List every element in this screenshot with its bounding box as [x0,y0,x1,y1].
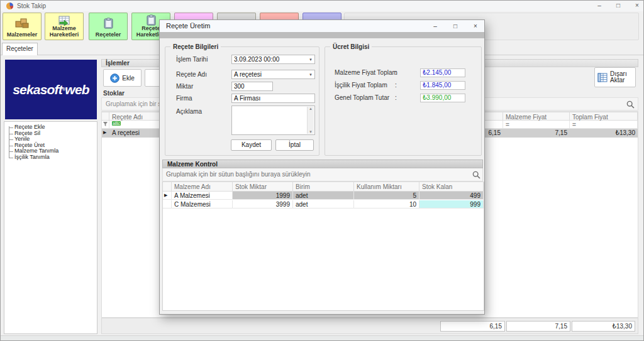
window-close-button[interactable]: × [629,1,644,10]
mk-indicator-header [163,181,172,192]
aciklama-textarea[interactable]: ▲ ▼ [231,106,315,135]
malzeme-fiyat-toplam-value: ₺2.145,00 [420,68,465,77]
dialog-close-button[interactable]: × [467,21,484,31]
islemler-title: İşlemler [106,60,130,67]
mk-col-stok-miktar[interactable]: Stok Miktar [233,181,293,192]
dialog-minimize-button[interactable]: – [427,21,443,31]
mk-cell-stok-kalan: 999 [419,200,484,208]
grid-indicator-header [102,112,109,121]
filter-cell-toplam-fiyat[interactable]: = [570,121,638,129]
recete-adi-combo[interactable]: A reçetesi ▼ [231,70,315,79]
toolbar-button-malzeme-hareketleri[interactable]: Malzeme Hareketleri [45,13,84,40]
islem-tarihi-combo[interactable]: 3.09.2023 00:00 ▼ [231,55,315,64]
mk-cell-stok-kalan: 499 [419,192,484,200]
genel-toplam-tutar-label: Genel Toplam Tutar [335,94,389,101]
malzeme-kontrol-title: Malzeme Kontrol [167,161,218,168]
filter-abc-icon: aBc [112,121,121,126]
mk-row-a-malzemesi[interactable]: ▶ A Malzemesi 1999 adet 5 499 [163,192,484,200]
scroll-up-icon[interactable]: ▲ [309,107,313,111]
grid-col-toplam-fiyat[interactable]: Toplam Fiyat [570,112,638,121]
disari-aktar-button[interactable]: Dışarı Aktar [594,67,636,87]
textarea-scrollbar[interactable]: ▲ ▼ [307,107,314,134]
recete-adi-value: A reçetesi [234,71,262,78]
footer-sum-3: ₺13,30 [572,321,635,332]
colon: : [395,69,397,76]
mk-cell-malzeme-adi: C Malzemesi [172,200,233,208]
sidebar-item-iscilik-tanimla[interactable]: İşçilik Tanımla [7,154,96,161]
scroll-down-icon[interactable]: ▼ [309,130,313,134]
malzeme-fiyat-toplam-label: Malzeme Fiyat Toplam [335,69,397,76]
aciklama-label: Açıklama [176,108,202,115]
logo-text-part1: sekasoft [13,82,62,97]
recete-adi-label: Reçete Adı [176,71,207,78]
ucret-bilgisi-title: Ücret Bilgisi [330,43,372,50]
grid-col-malzeme-fiyat[interactable]: Malzeme Fiyat [503,112,570,121]
ekle-button-label: Ekle [122,75,134,82]
mk-col-birim[interactable]: Birim [293,181,354,192]
dialog-titlebar: Reçete Üretim – □ × [160,20,484,32]
recipes-clipboard-icon [104,15,113,32]
window-maximize-button[interactable]: □ [610,1,626,10]
firma-label: Firma [176,95,192,102]
toolbar-button-label: Reçeteler [96,32,121,38]
filter-funnel-icon[interactable] [103,121,108,127]
malzeme-kontrol-group-by-area[interactable]: Gruplamak için bir sütun başlığını buray… [162,168,483,181]
recete-bilgileri-title: Reçete Bilgileri [170,43,221,50]
disari-aktar-label: Dışarı Aktar [610,71,633,84]
ekle-button[interactable]: Ekle [103,69,142,87]
malzeme-kontrol-header: Malzeme Kontrol [162,160,483,168]
mk-row-indicator [163,200,172,208]
recete-uretim-dialog: Reçete Üretim – □ × Reçete Bilgileri İşl… [159,19,485,315]
toolbar-button-receteler[interactable]: Reçeteler [89,13,128,40]
miktar-input[interactable] [231,82,273,91]
tab-receteler[interactable]: Reçeteler [2,43,38,55]
row-focus-arrow-icon: ▶ [103,130,106,135]
window-title: Stok Takip [17,3,46,9]
mk-cell-malzeme-adi: A Malzemesi [172,192,233,200]
cell-toplam-fiyat: ₺13,30 [570,129,638,137]
miktar-label: Miktar [176,83,193,90]
sekasoftweb-logo: sekasoft®web [5,60,97,119]
dialog-maximize-button[interactable]: □ [447,21,464,31]
material-movements-table-icon [58,15,70,26]
filter-row-indicator [102,121,109,129]
mk-cell-kullanim-miktari[interactable]: 10 [354,200,419,208]
genel-toplam-tutar-value: ₺3.990,00 [420,94,465,102]
stoklar-title: Stoklar [103,90,125,97]
footer-sum-1: 6,15 [440,321,505,332]
materials-boxes-icon [15,15,29,32]
mk-col-stok-kalan[interactable]: Stok Kalan [419,181,484,192]
kaydet-button[interactable]: Kaydet [231,139,272,151]
window-titlebar: Stok Takip – □ × [1,1,643,11]
status-bar [1,335,643,341]
sidebar-menu: Reçete Ekle Reçete Sil Yenile Reçete Üre… [7,124,96,161]
dialog-ribbon-band [160,32,484,38]
mk-col-kullanim-miktari[interactable]: Kullanım Miktarı [354,181,419,192]
filter-cell-malzeme-fiyat[interactable]: = [503,121,570,129]
islem-tarihi-label: İşlem Tarihi [176,56,208,63]
iscilik-fiyat-toplam-value: ₺1.845,00 [420,81,465,90]
tab-label: Reçeteler [6,45,33,52]
footer-sum-2: 7,15 [506,321,570,332]
search-icon[interactable] [626,100,635,109]
search-icon[interactable] [472,171,480,179]
mk-cell-kullanim-miktari[interactable]: 5 [354,192,419,200]
toolbar-button-label: Malzeme Hareketleri [46,26,82,38]
window-minimize-button[interactable]: – [591,1,608,10]
iptal-button[interactable]: İptal [275,139,314,151]
chevron-down-icon: ▼ [309,58,313,62]
cell-malzeme-fiyat: 7,15 [503,129,570,137]
chevron-down-icon: ▼ [309,73,313,77]
mk-row-c-malzemesi[interactable]: C Malzemesi 3999 adet 10 999 [163,200,484,209]
recipe-movements-clipboard-icon [147,14,156,26]
toolbar-button-label: Malzemeler [7,32,38,38]
iptal-label: İptal [289,141,301,148]
mk-cell-birim: adet [293,200,354,208]
toolbar-button-malzemeler[interactable]: Malzemeler [3,13,42,40]
firma-input[interactable] [231,94,315,103]
colon: : [395,82,397,89]
mk-cell-birim: adet [293,192,354,200]
iscilik-fiyat-toplam-label: İşçilik Fiyat Toplam [335,82,387,89]
mk-col-malzeme-adi[interactable]: Malzeme Adı [172,181,233,192]
add-plus-icon [110,73,119,83]
